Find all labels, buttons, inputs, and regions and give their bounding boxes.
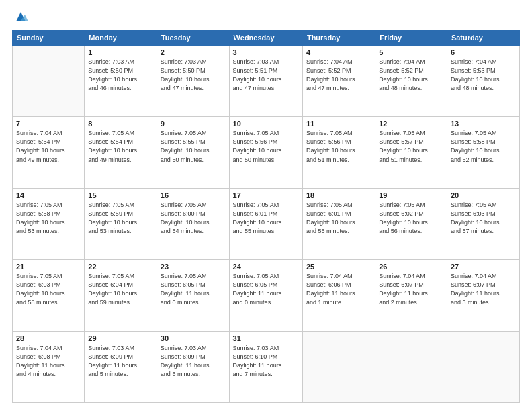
calendar-cell: 20Sunrise: 7:05 AM Sunset: 6:03 PM Dayli… — [447, 188, 519, 259]
day-info: Sunrise: 7:04 AM Sunset: 6:06 PM Dayligh… — [306, 272, 371, 307]
day-number: 9 — [161, 120, 226, 128]
day-number: 20 — [451, 191, 516, 199]
day-info: Sunrise: 7:05 AM Sunset: 6:01 PM Dayligh… — [306, 201, 371, 236]
day-number: 3 — [233, 48, 299, 56]
calendar-cell: 31Sunrise: 7:03 AM Sunset: 6:10 PM Dayli… — [229, 331, 302, 402]
calendar-week-row: 14Sunrise: 7:05 AM Sunset: 5:58 PM Dayli… — [13, 188, 520, 259]
day-info: Sunrise: 7:04 AM Sunset: 5:54 PM Dayligh… — [16, 129, 81, 164]
day-info: Sunrise: 7:03 AM Sunset: 6:10 PM Dayligh… — [233, 344, 299, 379]
day-info: Sunrise: 7:05 AM Sunset: 6:01 PM Dayligh… — [233, 201, 299, 236]
day-info: Sunrise: 7:04 AM Sunset: 5:52 PM Dayligh… — [379, 58, 443, 93]
calendar-cell: 25Sunrise: 7:04 AM Sunset: 6:06 PM Dayli… — [302, 260, 375, 331]
day-info: Sunrise: 7:05 AM Sunset: 6:00 PM Dayligh… — [161, 201, 226, 236]
day-info: Sunrise: 7:05 AM Sunset: 5:56 PM Dayligh… — [306, 129, 371, 164]
calendar-week-row: 7Sunrise: 7:04 AM Sunset: 5:54 PM Daylig… — [13, 117, 520, 188]
day-number: 4 — [306, 48, 371, 56]
day-info: Sunrise: 7:04 AM Sunset: 6:08 PM Dayligh… — [16, 344, 81, 379]
calendar-cell: 2Sunrise: 7:03 AM Sunset: 5:50 PM Daylig… — [157, 46, 229, 117]
day-info: Sunrise: 7:04 AM Sunset: 5:53 PM Dayligh… — [451, 58, 516, 93]
day-of-week-header: Friday — [375, 30, 447, 46]
calendar-cell: 1Sunrise: 7:03 AM Sunset: 5:50 PM Daylig… — [85, 46, 157, 117]
day-of-week-header: Sunday — [13, 30, 85, 46]
calendar-cell: 26Sunrise: 7:04 AM Sunset: 6:07 PM Dayli… — [375, 260, 447, 331]
day-info: Sunrise: 7:05 AM Sunset: 5:57 PM Dayligh… — [379, 129, 443, 164]
day-number: 15 — [88, 191, 153, 199]
calendar-week-row: 28Sunrise: 7:04 AM Sunset: 6:08 PM Dayli… — [13, 331, 520, 402]
day-number: 26 — [379, 263, 443, 271]
day-info: Sunrise: 7:04 AM Sunset: 6:07 PM Dayligh… — [451, 272, 516, 307]
calendar-cell: 4Sunrise: 7:04 AM Sunset: 5:52 PM Daylig… — [302, 46, 375, 117]
calendar-cell — [375, 331, 447, 402]
day-number: 13 — [451, 120, 516, 128]
calendar-week-row: 1Sunrise: 7:03 AM Sunset: 5:50 PM Daylig… — [13, 46, 520, 117]
calendar-table: SundayMondayTuesdayWednesdayThursdayFrid… — [12, 30, 520, 403]
day-of-week-header: Saturday — [447, 30, 519, 46]
calendar-week-row: 21Sunrise: 7:05 AM Sunset: 6:03 PM Dayli… — [13, 260, 520, 331]
calendar-cell: 8Sunrise: 7:05 AM Sunset: 5:54 PM Daylig… — [85, 117, 157, 188]
logo-icon — [13, 9, 28, 24]
calendar-cell — [13, 46, 85, 117]
day-info: Sunrise: 7:03 AM Sunset: 5:51 PM Dayligh… — [233, 58, 299, 93]
day-number: 28 — [16, 334, 81, 342]
calendar-cell: 13Sunrise: 7:05 AM Sunset: 5:58 PM Dayli… — [447, 117, 519, 188]
day-info: Sunrise: 7:05 AM Sunset: 5:55 PM Dayligh… — [161, 129, 226, 164]
day-number: 11 — [306, 120, 371, 128]
calendar-cell: 9Sunrise: 7:05 AM Sunset: 5:55 PM Daylig… — [157, 117, 229, 188]
day-number: 1 — [88, 48, 153, 56]
day-info: Sunrise: 7:03 AM Sunset: 6:09 PM Dayligh… — [88, 344, 153, 379]
calendar-cell: 14Sunrise: 7:05 AM Sunset: 5:58 PM Dayli… — [13, 188, 85, 259]
day-of-week-header: Thursday — [302, 30, 375, 46]
day-number: 2 — [161, 48, 226, 56]
day-info: Sunrise: 7:05 AM Sunset: 5:58 PM Dayligh… — [451, 129, 516, 164]
day-info: Sunrise: 7:03 AM Sunset: 6:09 PM Dayligh… — [161, 344, 226, 379]
day-number: 29 — [88, 334, 153, 342]
day-number: 14 — [16, 191, 81, 199]
day-number: 22 — [88, 263, 153, 271]
calendar-cell: 19Sunrise: 7:05 AM Sunset: 6:02 PM Dayli… — [375, 188, 447, 259]
day-info: Sunrise: 7:05 AM Sunset: 6:04 PM Dayligh… — [88, 272, 153, 307]
day-number: 23 — [161, 263, 226, 271]
day-of-week-header: Tuesday — [157, 30, 229, 46]
calendar-cell: 16Sunrise: 7:05 AM Sunset: 6:00 PM Dayli… — [157, 188, 229, 259]
calendar-cell: 6Sunrise: 7:04 AM Sunset: 5:53 PM Daylig… — [447, 46, 519, 117]
calendar-cell: 28Sunrise: 7:04 AM Sunset: 6:08 PM Dayli… — [13, 331, 85, 402]
day-info: Sunrise: 7:05 AM Sunset: 5:56 PM Dayligh… — [233, 129, 299, 164]
calendar-cell — [302, 331, 375, 402]
calendar-cell: 18Sunrise: 7:05 AM Sunset: 6:01 PM Dayli… — [302, 188, 375, 259]
calendar-cell: 7Sunrise: 7:04 AM Sunset: 5:54 PM Daylig… — [13, 117, 85, 188]
calendar-body: 1Sunrise: 7:03 AM Sunset: 5:50 PM Daylig… — [13, 46, 520, 403]
calendar-cell: 23Sunrise: 7:05 AM Sunset: 6:05 PM Dayli… — [157, 260, 229, 331]
day-info: Sunrise: 7:03 AM Sunset: 5:50 PM Dayligh… — [88, 58, 153, 93]
calendar-cell: 27Sunrise: 7:04 AM Sunset: 6:07 PM Dayli… — [447, 260, 519, 331]
header-row: SundayMondayTuesdayWednesdayThursdayFrid… — [13, 30, 520, 46]
day-of-week-header: Wednesday — [229, 30, 302, 46]
day-info: Sunrise: 7:05 AM Sunset: 5:54 PM Dayligh… — [88, 129, 153, 164]
calendar-cell — [447, 331, 519, 402]
day-info: Sunrise: 7:05 AM Sunset: 6:03 PM Dayligh… — [16, 272, 81, 307]
day-info: Sunrise: 7:05 AM Sunset: 5:58 PM Dayligh… — [16, 201, 81, 236]
day-number: 18 — [306, 191, 371, 199]
calendar-cell: 10Sunrise: 7:05 AM Sunset: 5:56 PM Dayli… — [229, 117, 302, 188]
day-number: 24 — [233, 263, 299, 271]
calendar-cell: 12Sunrise: 7:05 AM Sunset: 5:57 PM Dayli… — [375, 117, 447, 188]
day-info: Sunrise: 7:05 AM Sunset: 6:05 PM Dayligh… — [161, 272, 226, 307]
day-info: Sunrise: 7:03 AM Sunset: 5:50 PM Dayligh… — [161, 58, 226, 93]
calendar-cell: 24Sunrise: 7:05 AM Sunset: 6:05 PM Dayli… — [229, 260, 302, 331]
day-number: 6 — [451, 48, 516, 56]
day-of-week-header: Monday — [85, 30, 157, 46]
day-number: 12 — [379, 120, 443, 128]
day-number: 5 — [379, 48, 443, 56]
page: SundayMondayTuesdayWednesdayThursdayFrid… — [0, 0, 532, 411]
day-info: Sunrise: 7:04 AM Sunset: 6:07 PM Dayligh… — [379, 272, 443, 307]
calendar-cell: 3Sunrise: 7:03 AM Sunset: 5:51 PM Daylig… — [229, 46, 302, 117]
day-number: 17 — [233, 191, 299, 199]
calendar-cell: 30Sunrise: 7:03 AM Sunset: 6:09 PM Dayli… — [157, 331, 229, 402]
day-number: 8 — [88, 120, 153, 128]
calendar-cell: 29Sunrise: 7:03 AM Sunset: 6:09 PM Dayli… — [85, 331, 157, 402]
day-info: Sunrise: 7:05 AM Sunset: 6:02 PM Dayligh… — [379, 201, 443, 236]
calendar-header: SundayMondayTuesdayWednesdayThursdayFrid… — [13, 30, 520, 46]
calendar-cell: 22Sunrise: 7:05 AM Sunset: 6:04 PM Dayli… — [85, 260, 157, 331]
day-number: 16 — [161, 191, 226, 199]
day-number: 31 — [233, 334, 299, 342]
day-number: 10 — [233, 120, 299, 128]
